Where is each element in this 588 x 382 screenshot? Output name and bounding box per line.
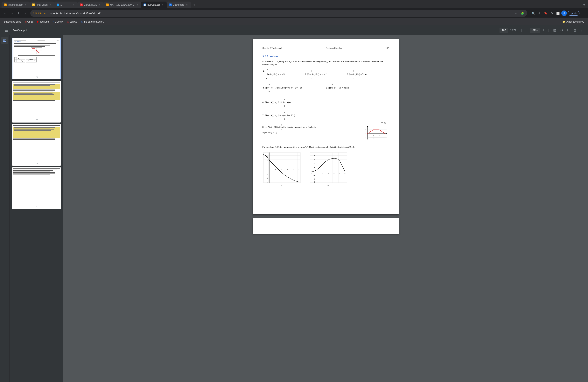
tablet-mode-icon[interactable]: ⬜ bbox=[555, 11, 561, 16]
svg-text:1: 1 bbox=[267, 164, 268, 166]
svg-text:-3: -3 bbox=[313, 181, 315, 183]
bookmark-youtube[interactable]: ▶ YouTube bbox=[36, 20, 50, 24]
svg-text:2: 2 bbox=[314, 163, 315, 165]
rotation-button[interactable]: ↺ bbox=[558, 27, 565, 33]
intro-text: In problems 1 – 5, verify that F(x) is a… bbox=[262, 60, 389, 66]
bookmark-suggested-sites[interactable]: Suggested Sites bbox=[2, 20, 22, 24]
browser-actions: 🔍 ⬇ 🔖 ⚙ ⬜ J Update ⋮ bbox=[530, 11, 586, 16]
svg-text:3: 3 bbox=[287, 169, 288, 171]
svg-text:5: 5 bbox=[345, 173, 346, 175]
download-icon[interactable]: ⬇ bbox=[536, 11, 542, 16]
tab-math140[interactable]: M MATH140-12141 (ONL) × bbox=[104, 1, 141, 8]
tab-favicon-math140: M bbox=[106, 3, 109, 6]
bookmark-folder-icon: 📁 bbox=[562, 21, 565, 23]
pdf-total-pages: 272 bbox=[512, 29, 516, 32]
fit-page-button[interactable]: ⊡ bbox=[551, 27, 558, 33]
tab-favicon-dashboard: ★ bbox=[169, 3, 172, 6]
problem-7: x 7. Given A(x) = ∫ (3 − t²) dt, find A'… bbox=[262, 110, 389, 121]
tab-more-button[interactable]: ▾ bbox=[582, 2, 587, 7]
tab-close-textbroker[interactable]: × bbox=[24, 3, 27, 6]
pdf-title: BusCalc.pdf bbox=[12, 29, 500, 32]
browser-chrome: T textbroker.com × ✦ Final Exam × 🌐 1 × … bbox=[0, 0, 588, 25]
refresh-button[interactable]: ↻ bbox=[16, 11, 22, 16]
outline-view-button[interactable]: ☰ bbox=[1, 45, 8, 52]
thumb-content-190 bbox=[12, 168, 61, 205]
download-pdf-button[interactable]: ⬇ bbox=[565, 27, 571, 33]
back-button[interactable]: ← bbox=[2, 11, 8, 16]
tab-canvas[interactable]: C Canvas LMS × bbox=[78, 1, 104, 8]
tab-close-canvas[interactable]: × bbox=[98, 3, 101, 6]
tab-globe[interactable]: 🌐 1 × bbox=[54, 1, 78, 8]
tab-bar: T textbroker.com × ✦ Final Exam × 🌐 1 × … bbox=[0, 0, 588, 8]
tab-textbroker[interactable]: T textbroker.com × bbox=[1, 1, 30, 8]
tab-close-buscalc[interactable]: × bbox=[161, 3, 164, 6]
svg-text:2: 2 bbox=[365, 129, 366, 131]
url-bar[interactable]: ⚠ Not Secure | opentextbookstore.com/bus… bbox=[30, 10, 527, 17]
thumbnail-view-button[interactable]: 🖼 bbox=[1, 37, 8, 44]
bookmark-canvas[interactable]: ◎ canvas bbox=[65, 20, 79, 24]
new-tab-button[interactable]: + bbox=[191, 2, 197, 8]
tab-title-final-exam: Final Exam bbox=[36, 3, 48, 6]
svg-text:3: 3 bbox=[314, 159, 315, 161]
tab-close-final-exam[interactable]: × bbox=[49, 3, 52, 6]
search-icon[interactable]: 🔍 bbox=[530, 11, 536, 16]
tab-buscalc[interactable]: 📄 BusCalc.pdf × bbox=[141, 1, 167, 8]
svg-text:2: 2 bbox=[281, 169, 282, 171]
pdf-page-separator: / bbox=[510, 29, 511, 32]
pdf-toolbar-right-actions: ⬇ 🖨 ⋮ bbox=[565, 27, 585, 33]
svg-rect-38 bbox=[310, 152, 347, 183]
gmail-icon: M bbox=[25, 21, 26, 23]
zoom-out-button[interactable]: − bbox=[524, 28, 529, 33]
bookmark-gmail[interactable]: M Gmail bbox=[23, 20, 35, 24]
pdf-zoom-input[interactable] bbox=[530, 28, 540, 33]
bookmark-other[interactable]: 📁 Other Bookmarks bbox=[561, 20, 586, 24]
bookmark-star-icon[interactable]: ☆ bbox=[513, 11, 519, 16]
tab-close-dashboard[interactable]: × bbox=[185, 3, 189, 6]
url-actions: ☆ 🧩 bbox=[513, 11, 525, 16]
bookmark-find-cards[interactable]: G find cards saved o... bbox=[80, 20, 106, 24]
svg-text:1: 1 bbox=[373, 135, 374, 136]
pdf-page-controls: / 272 bbox=[500, 28, 516, 33]
tab-favicon-textbroker: T bbox=[4, 3, 7, 6]
bookmark-manager-icon[interactable]: 🔖 bbox=[543, 11, 548, 16]
profile-button[interactable]: J bbox=[561, 11, 567, 16]
tab-close-globe[interactable]: × bbox=[72, 3, 75, 6]
bookmark-label-youtube: YouTube bbox=[40, 21, 49, 23]
extension-icon[interactable]: 🧩 bbox=[519, 11, 525, 16]
svg-text:-1: -1 bbox=[267, 170, 268, 171]
thumbnail-page-190[interactable]: 190 bbox=[12, 167, 61, 209]
graph-9: 3 2 1 -1 -2 -3 -4 -1 1 2 3 bbox=[262, 151, 301, 187]
menu-icon[interactable]: ⋮ bbox=[580, 11, 586, 16]
tab-favicon-buscalc: 📄 bbox=[144, 3, 146, 6]
home-button[interactable]: ⌂ bbox=[23, 11, 29, 16]
tab-dashboard[interactable]: ★ Dashboard × bbox=[167, 1, 191, 8]
thumbnail-page-189[interactable]: 189 bbox=[12, 124, 61, 166]
problems-9-10-intro: For problems 9-10, the graph provided sh… bbox=[262, 146, 389, 149]
forward-button[interactable]: → bbox=[9, 11, 15, 16]
tab-close-math140[interactable]: × bbox=[136, 3, 139, 6]
thumb-content-187: 3.2 Exercises bbox=[12, 38, 61, 75]
bookmark-disney[interactable]: + Disney+ bbox=[51, 20, 65, 24]
tab-favicon-globe: 🌐 bbox=[57, 3, 59, 6]
tab-favicon-final-exam: ✦ bbox=[32, 3, 35, 6]
pdf-menu-button[interactable]: ☰ bbox=[3, 27, 9, 33]
thumbnail-page-188[interactable]: 188 bbox=[12, 81, 61, 123]
thumb-content-188 bbox=[12, 81, 61, 118]
tab-title-globe: 1 bbox=[61, 3, 71, 6]
bookmark-label-suggested: Suggested Sites bbox=[4, 21, 21, 23]
print-pdf-button[interactable]: 🖨 bbox=[572, 27, 578, 33]
pdf-zoom-controls: | − + | ⊡ ↺ bbox=[519, 27, 565, 33]
bookmarks-bar: Suggested Sites M Gmail ▶ YouTube + Disn… bbox=[0, 18, 588, 25]
svg-text:5: 5 bbox=[298, 169, 299, 171]
tab-final-exam[interactable]: ✦ Final Exam × bbox=[30, 1, 54, 8]
thumbnail-page-187[interactable]: 3.2 Exercises bbox=[12, 38, 61, 79]
pdf-thumbnails-panel: 3.2 Exercises bbox=[10, 35, 63, 382]
svg-text:Y: Y bbox=[368, 126, 369, 127]
extensions-icon[interactable]: ⚙ bbox=[549, 11, 554, 16]
pdf-page-input[interactable] bbox=[500, 28, 508, 33]
svg-text:4: 4 bbox=[314, 155, 315, 157]
update-button[interactable]: Update bbox=[567, 11, 579, 16]
zoom-in-button[interactable]: + bbox=[541, 28, 546, 33]
pdf-more-button[interactable]: ⋮ bbox=[579, 27, 585, 33]
pdf-main-content[interactable]: Chapter 3 The Integral Business Calculus… bbox=[63, 35, 588, 382]
